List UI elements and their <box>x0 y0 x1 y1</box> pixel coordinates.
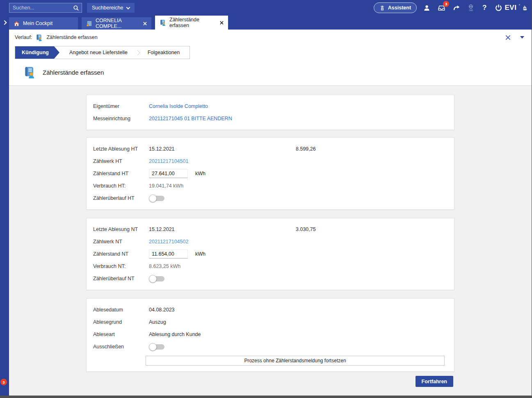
reading-reason-value: Auszug <box>149 319 166 325</box>
search-box[interactable] <box>9 3 82 13</box>
last-reading-value: 3.030,75 <box>296 226 316 232</box>
owner-row: Eigentümer Cornelia Isolde Completto <box>93 100 448 112</box>
ht-card: Letzte Ablesung HT 15.12.2021 8.599,26 Z… <box>86 137 454 210</box>
last-reading-date: 15.12.2021 <box>149 146 296 152</box>
field-label: Zählwerk HT <box>93 158 149 164</box>
overflow-row: Zählerüberlauf HT <box>93 192 448 204</box>
overflow-toggle-nt[interactable] <box>149 275 165 283</box>
tab-zaehlerstaende-erfassen[interactable]: Zählerstände erfassen <box>155 16 228 30</box>
power-icon[interactable] <box>495 4 502 12</box>
field-label: Zählerüberlauf HT <box>93 195 149 201</box>
reading-row: Zählerstand NT kWh <box>93 248 448 260</box>
toggle-knob <box>149 275 157 283</box>
close-icon[interactable] <box>217 21 224 25</box>
history-label: Verlauf: <box>15 34 32 40</box>
content-panel: Verlauf: Zählerstände erfassen <box>9 30 532 396</box>
actions-row: Fortfahren <box>86 376 454 387</box>
assistant-button[interactable]: Assistent <box>374 2 417 13</box>
register-link[interactable]: 20211217104502 <box>149 239 188 245</box>
meter-reading-icon <box>36 34 43 41</box>
last-reading-row: Letzte Ablesung HT 15.12.2021 8.599,26 <box>93 143 448 155</box>
search-scopes-label: Suchbereiche <box>92 5 123 11</box>
overflow-toggle-ht[interactable] <box>149 194 165 202</box>
toggle-knob <box>149 343 157 351</box>
inbox-button[interactable]: 3 <box>436 3 446 13</box>
reading-meta-card: Ablesedatum 04.08.2023 Ablesegrund Auszu… <box>86 298 454 372</box>
owner-link[interactable]: Cornelia Isolde Completto <box>149 103 208 109</box>
consumption-value: 19.041,74 kWh <box>149 183 183 189</box>
reading-date-value: 04.08.2023 <box>149 307 175 313</box>
assistant-label: Assistent <box>388 5 411 11</box>
redo-button[interactable] <box>451 3 461 13</box>
brand-logo: EVI° <box>495 4 527 12</box>
globe-icon: CMD <box>468 4 474 12</box>
history-row: Verlauf: Zählerstände erfassen <box>9 30 532 45</box>
field-label: Verbrauch NT: <box>93 263 149 269</box>
sidebar-notification-badge[interactable]: 3 <box>0 379 7 385</box>
close-icon[interactable] <box>140 22 147 25</box>
skip-reading-button[interactable]: Prozess ohne Zählerstandsmeldung fortset… <box>146 356 445 366</box>
register-link[interactable]: 20211217104501 <box>149 158 188 164</box>
help-button[interactable]: ? <box>481 4 488 12</box>
page-title-row: Zählerstände erfassen <box>9 59 532 85</box>
step-folgeaktionen[interactable]: Folgeaktionen <box>138 46 190 59</box>
last-reading-row: Letzte Ablesung NT 15.12.2021 3.030,75 <box>93 223 448 236</box>
search-input[interactable] <box>13 5 73 11</box>
inbox-badge: 3 <box>443 1 449 7</box>
register-row: Zählwerk NT 20211217104502 <box>93 236 448 248</box>
field-label: Zählerstand HT <box>93 171 149 176</box>
step-label: Angebot neue Lieferstelle <box>69 50 128 55</box>
history-dropdown-icon[interactable] <box>520 36 524 39</box>
meter-reading-icon <box>160 19 166 26</box>
field-label: Zählerüberlauf NT <box>93 276 149 281</box>
field-label: Ausschließen <box>93 344 149 350</box>
close-process-icon[interactable] <box>505 35 511 40</box>
chevron-right-icon <box>2 20 7 25</box>
tab-mein-cockpit[interactable]: Mein Cockpit <box>9 17 78 30</box>
reading-type-row: Ableseart Ablesung durch Kunde <box>93 328 448 341</box>
chevron-down-icon <box>126 5 130 9</box>
sidebar-expand-button[interactable] <box>0 16 9 29</box>
field-label: Ablesegrund <box>93 319 149 325</box>
consumption-row: Verbrauch HT: 19.041,74 kWh <box>93 180 448 192</box>
reading-input-ht[interactable] <box>149 169 188 178</box>
field-label: Ableseart <box>93 332 149 337</box>
field-label: Verbrauch HT: <box>93 183 149 189</box>
step-kuendigung[interactable]: Kündigung <box>15 46 59 59</box>
user-profile-button[interactable] <box>422 3 432 13</box>
continue-button[interactable]: Fortfahren <box>416 376 454 387</box>
meter-reading-icon <box>23 66 36 78</box>
field-label: Zählwerk NT <box>93 239 149 245</box>
field-label: Letzte Ablesung NT <box>93 226 149 232</box>
redo-arrow-icon <box>452 5 460 11</box>
reading-type-value: Ablesung durch Kunde <box>149 332 201 337</box>
exclude-row: Ausschließen <box>93 341 448 353</box>
cmd-globe-button[interactable]: CMD <box>466 3 476 13</box>
brand-name: EVI <box>505 4 516 12</box>
window-bottom-border <box>0 396 532 398</box>
tab-label: CORNELIA COMPLE... <box>96 18 137 29</box>
customer-icon <box>86 21 92 27</box>
search-icon[interactable] <box>73 5 79 11</box>
top-bar: Suchbereiche Assistent <box>0 0 532 16</box>
step-angebot-neue-lieferstelle[interactable]: Angebot neue Lieferstelle <box>59 46 137 59</box>
search-scopes-dropdown[interactable]: Suchbereiche <box>87 3 135 13</box>
toggle-knob <box>149 194 157 202</box>
user-icon <box>423 5 430 11</box>
tab-label: Zählerstände erfassen <box>169 17 213 28</box>
left-sidebar-strip: 3 <box>0 30 9 396</box>
nt-card: Letzte Ablesung NT 15.12.2021 3.030,75 Z… <box>86 218 454 290</box>
home-icon <box>14 21 20 27</box>
main-area: Eigentümer Cornelia Isolde Completto Mes… <box>9 85 532 396</box>
step-label: Kündigung <box>22 50 49 55</box>
brand-degree-mark: ° <box>518 4 520 8</box>
reading-input-nt[interactable] <box>149 249 188 258</box>
tab-cornelia-customer[interactable]: CORNELIA COMPLE... <box>82 17 151 30</box>
tab-bar: Mein Cockpit CORNELIA COMPLE... <box>0 16 532 30</box>
measuring-device-link[interactable]: 202112171045 01 BITTE AENDERN <box>149 116 232 121</box>
lighthouse-icon <box>379 5 385 11</box>
history-item[interactable]: Zählerstände erfassen <box>46 34 97 40</box>
tab-label: Mein Cockpit <box>23 21 53 26</box>
exclude-toggle[interactable] <box>149 343 165 351</box>
consumption-row: Verbrauch NT: 8.623,25 kWh <box>93 260 448 272</box>
